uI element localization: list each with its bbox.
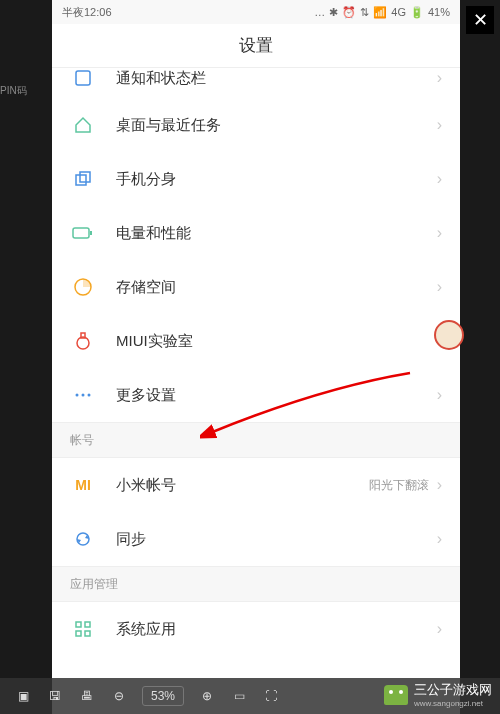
tool-zoom-in-icon[interactable]: ⊕ [198, 687, 216, 705]
row-second-space[interactable]: 手机分身 › [52, 152, 460, 206]
svg-point-6 [77, 337, 89, 349]
svg-rect-4 [90, 231, 92, 235]
svg-rect-12 [85, 622, 90, 627]
bluetooth-icon: ✱ [329, 6, 338, 19]
home-icon [70, 112, 96, 138]
chevron-right-icon: › [437, 116, 442, 134]
svg-rect-2 [80, 172, 90, 182]
battery-icon: 🔋 [410, 6, 424, 19]
svg-rect-14 [85, 631, 90, 636]
chevron-right-icon: › [437, 620, 442, 638]
section-app: 应用管理 [52, 566, 460, 602]
row-label: 通知和状态栏 [116, 69, 437, 88]
svg-point-10 [88, 394, 91, 397]
row-more-settings[interactable]: 更多设置 › [52, 368, 460, 422]
signal-icon: 📶 [373, 6, 387, 19]
storage-icon [70, 274, 96, 300]
row-notification[interactable]: 通知和状态栏 › [52, 58, 460, 98]
svg-point-9 [82, 394, 85, 397]
row-storage[interactable]: 存储空间 › [52, 260, 460, 314]
bg-left-text: PIN码 [0, 84, 27, 98]
svg-rect-7 [81, 333, 85, 338]
tool-print-icon[interactable]: 🖶 [78, 687, 96, 705]
tool-save-icon[interactable]: 🖫 [46, 687, 64, 705]
row-sync[interactable]: 同步 › [52, 512, 460, 566]
dots-icon [70, 382, 96, 408]
dots-icon: … [314, 6, 325, 18]
svg-rect-1 [76, 175, 86, 185]
data-icon: ⇅ [360, 6, 369, 19]
row-mi-account[interactable]: MI 小米帐号 阳光下翻滚 › [52, 458, 460, 512]
svg-point-8 [76, 394, 79, 397]
status-bar: 半夜12:06 … ✱ ⏰ ⇅ 📶 4G 🔋 41% [52, 0, 460, 24]
row-label: 小米帐号 [116, 476, 369, 495]
row-battery[interactable]: 电量和性能 › [52, 206, 460, 260]
svg-rect-0 [76, 71, 90, 85]
tool-nav-icon[interactable]: ▣ [14, 687, 32, 705]
watermark-brand: 三公子游戏网 www.sangongzi.net [384, 681, 492, 708]
brand-name: 三公子游戏网 [414, 682, 492, 697]
svg-rect-13 [76, 631, 81, 636]
chevron-right-icon: › [437, 530, 442, 548]
page-title: 设置 [239, 34, 273, 57]
zoom-level[interactable]: 53% [142, 686, 184, 706]
row-system-apps[interactable]: 系统应用 › [52, 602, 460, 656]
row-label: 同步 [116, 530, 437, 549]
grid-icon [70, 616, 96, 642]
network-label: 4G [391, 6, 406, 18]
row-label: 存储空间 [116, 278, 437, 297]
sync-icon [70, 526, 96, 552]
brand-url: www.sangongzi.net [414, 699, 492, 708]
floating-mascot [434, 320, 464, 350]
status-right: … ✱ ⏰ ⇅ 📶 4G 🔋 41% [314, 6, 450, 19]
chevron-right-icon: › [437, 224, 442, 242]
status-time: 半夜12:06 [62, 5, 112, 20]
svg-rect-11 [76, 622, 81, 627]
copy-icon [70, 166, 96, 192]
row-label: 电量和性能 [116, 224, 437, 243]
settings-list: 通知和状态栏 › 桌面与最近任务 › 手机分身 › 电量和性能 › 存储空间 ›… [52, 58, 460, 656]
lab-icon [70, 328, 96, 354]
close-button[interactable]: ✕ [466, 6, 494, 34]
chevron-right-icon: › [437, 69, 442, 87]
row-label: 桌面与最近任务 [116, 116, 437, 135]
viewer-bg-right [460, 0, 500, 714]
tool-expand-icon[interactable]: ⛶ [262, 687, 280, 705]
svg-rect-3 [73, 228, 89, 238]
chevron-right-icon: › [437, 278, 442, 296]
row-desktop[interactable]: 桌面与最近任务 › [52, 98, 460, 152]
chevron-right-icon: › [437, 170, 442, 188]
battery-label: 41% [428, 6, 450, 18]
android-mascot-icon [384, 685, 408, 705]
tool-fit-icon[interactable]: ▭ [230, 687, 248, 705]
alarm-icon: ⏰ [342, 6, 356, 19]
row-label: 手机分身 [116, 170, 437, 189]
tool-zoom-out-icon[interactable]: ⊖ [110, 687, 128, 705]
viewer-bg-left: PIN码 [0, 0, 52, 714]
row-miui-lab[interactable]: MIUI实验室 › [52, 314, 460, 368]
row-label: 更多设置 [116, 386, 437, 405]
mi-icon: MI [70, 472, 96, 498]
row-value: 阳光下翻滚 [369, 477, 429, 494]
row-label: 系统应用 [116, 620, 437, 639]
row-label: MIUI实验室 [116, 332, 437, 351]
notification-icon [70, 65, 96, 91]
chevron-right-icon: › [437, 476, 442, 494]
battery-icon [70, 220, 96, 246]
chevron-right-icon: › [437, 386, 442, 404]
phone-screen: 半夜12:06 … ✱ ⏰ ⇅ 📶 4G 🔋 41% 设置 通知和状态栏 › 桌… [52, 0, 460, 714]
section-account: 帐号 [52, 422, 460, 458]
